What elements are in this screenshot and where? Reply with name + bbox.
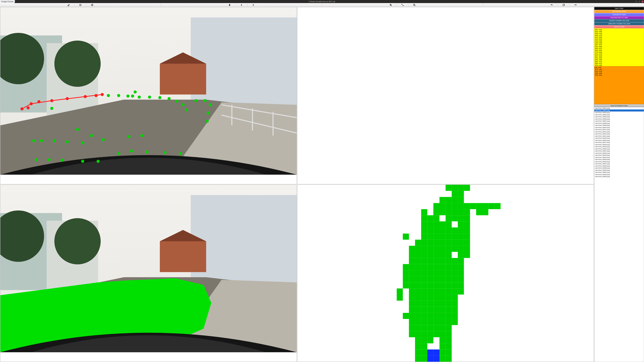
file-item[interactable]: cam-front_00010.png	[594, 127, 644, 129]
add-attention-points-button[interactable]: Add Attention Points	[594, 10, 644, 13]
svg-rect-266	[415, 319, 421, 325]
file-item[interactable]: cam-front_00009.png	[594, 124, 644, 127]
file-item[interactable]: cam-front_00030.png	[594, 169, 644, 172]
svg-rect-153	[409, 246, 415, 252]
file-list[interactable]: cam-front_00001.pngcam-front_00002.pngca…	[594, 107, 644, 362]
panel-blank[interactable]	[297, 7, 594, 184]
svg-rect-261	[433, 313, 440, 319]
file-item[interactable]: cam-front_00001.png	[594, 107, 644, 109]
file-item[interactable]: cam-front_00007.png	[594, 120, 644, 122]
file-item[interactable]: cam-front_00020.png	[594, 148, 644, 150]
svg-rect-181	[403, 264, 409, 270]
svg-point-28	[148, 95, 151, 99]
svg-rect-182	[409, 264, 415, 270]
svg-point-42	[128, 135, 130, 138]
svg-rect-215	[427, 282, 433, 289]
file-item[interactable]: cam-front_00013.png	[594, 133, 644, 135]
file-item[interactable]: cam-front_00008.png	[594, 122, 644, 125]
file-item[interactable]: cam-front_00027.png	[594, 163, 644, 165]
svg-rect-213	[415, 282, 421, 289]
file-item[interactable]: cam-front_00005.png	[594, 116, 644, 118]
undo-icon	[551, 4, 553, 6]
file-item[interactable]: cam-front_00031.png	[594, 171, 644, 174]
file-item[interactable]: cam-front_00026.png	[594, 161, 644, 163]
svg-rect-135	[403, 234, 409, 240]
svg-rect-156	[427, 246, 433, 252]
open-folder-button[interactable]: Open Folder	[594, 7, 644, 10]
file-item[interactable]: cam-front_00003.png	[594, 112, 644, 114]
file-item[interactable]: cam-front_00011.png	[594, 129, 644, 131]
panel-camera-mask[interactable]	[0, 184, 297, 362]
svg-rect-98	[464, 203, 470, 209]
svg-rect-296	[415, 350, 421, 356]
file-item[interactable]: cam-front_00002.png	[594, 109, 644, 112]
svg-point-57	[60, 159, 64, 162]
svg-rect-206	[433, 276, 440, 282]
file-item[interactable]: cam-front_00004.png	[594, 114, 644, 116]
zoom-out-button[interactable]	[411, 3, 418, 6]
file-item[interactable]: cam-front_00018.png	[594, 144, 644, 146]
svg-rect-169	[446, 252, 452, 258]
file-item[interactable]: cam-front_00033.png	[594, 176, 644, 178]
svg-rect-7	[160, 64, 206, 95]
redo-icon	[574, 4, 576, 6]
delete-bev-da-label-button[interactable]: Delete BEV Drivable Area Label	[594, 22, 644, 25]
svg-rect-210	[458, 276, 464, 282]
pencil-button[interactable]	[65, 3, 72, 6]
redo-button[interactable]	[572, 3, 579, 6]
panel-camera-annotated[interactable]	[0, 7, 297, 184]
window-minimize-button[interactable]	[636, 1, 637, 2]
svg-rect-176	[433, 258, 440, 264]
file-item[interactable]: cam-front_00028.png	[594, 165, 644, 167]
undo-button[interactable]	[548, 3, 555, 6]
generate-da-label-button[interactable]: Generate DA Label	[594, 13, 644, 16]
svg-point-53	[164, 151, 166, 154]
svg-rect-146	[427, 240, 433, 246]
zoom-out-icon	[413, 4, 416, 6]
svg-rect-212	[409, 282, 415, 289]
save-da-label-button[interactable]: Save DA Label	[594, 25, 644, 28]
add-bev-da-label-button[interactable]: Add BEV Drivable Area Label	[594, 19, 644, 22]
svg-rect-108	[452, 209, 458, 215]
file-item[interactable]: cam-front_00021.png	[594, 150, 644, 152]
panel-bev-grid[interactable]	[297, 184, 594, 362]
svg-rect-112	[482, 209, 488, 215]
svg-rect-171	[464, 252, 470, 258]
svg-rect-289	[427, 337, 433, 343]
refresh-button[interactable]	[560, 3, 567, 6]
file-item[interactable]: cam-front_00012.png	[594, 131, 644, 133]
file-item[interactable]: cam-front_00015.png	[594, 137, 644, 139]
window-close-button[interactable]	[642, 1, 643, 2]
window-maximize-button[interactable]	[638, 1, 640, 2]
move-button[interactable]	[89, 3, 96, 6]
coord-list-secondary[interactable]: [96, 479][174, 446][315, 424][409, 388][…	[594, 66, 644, 104]
hand-button[interactable]	[226, 3, 233, 6]
zoom-in-button[interactable]	[387, 3, 394, 6]
file-item[interactable]: cam-front_00017.png	[594, 141, 644, 144]
generate-bev-da-label-button[interactable]: Generates BEV DA Label	[594, 16, 644, 19]
file-item[interactable]: cam-front_00024.png	[594, 157, 644, 159]
file-item[interactable]: cam-front_00014.png	[594, 135, 644, 137]
clear-attention-points-button[interactable]: Clear All Attention Points	[594, 104, 644, 107]
svg-point-39	[50, 107, 53, 110]
file-item[interactable]: cam-front_00019.png	[594, 146, 644, 148]
svg-rect-147	[433, 240, 440, 246]
square-button[interactable]	[77, 3, 84, 6]
arrow-left-button[interactable]	[238, 3, 245, 6]
coord-list-primary[interactable]: [587, 402][515, 438][430, 441][320, 475]…	[594, 28, 644, 66]
expand-button[interactable]	[399, 3, 406, 6]
svg-rect-104	[421, 209, 427, 215]
svg-point-35	[204, 99, 206, 102]
file-item[interactable]: cam-front_00006.png	[594, 118, 644, 120]
svg-rect-96	[452, 203, 458, 209]
file-item[interactable]: cam-front_00022.png	[594, 152, 644, 154]
svg-point-40	[76, 128, 79, 131]
file-item[interactable]: cam-front_00025.png	[594, 159, 644, 161]
svg-rect-228	[446, 288, 452, 295]
svg-rect-263	[446, 313, 452, 319]
file-item[interactable]: cam-front_00023.png	[594, 154, 644, 157]
file-item[interactable]: cam-front_00016.png	[594, 139, 644, 142]
file-item[interactable]: cam-front_00029.png	[594, 167, 644, 169]
file-item[interactable]: cam-front_00032.png	[594, 174, 644, 176]
arrow-right-button[interactable]	[250, 3, 257, 6]
